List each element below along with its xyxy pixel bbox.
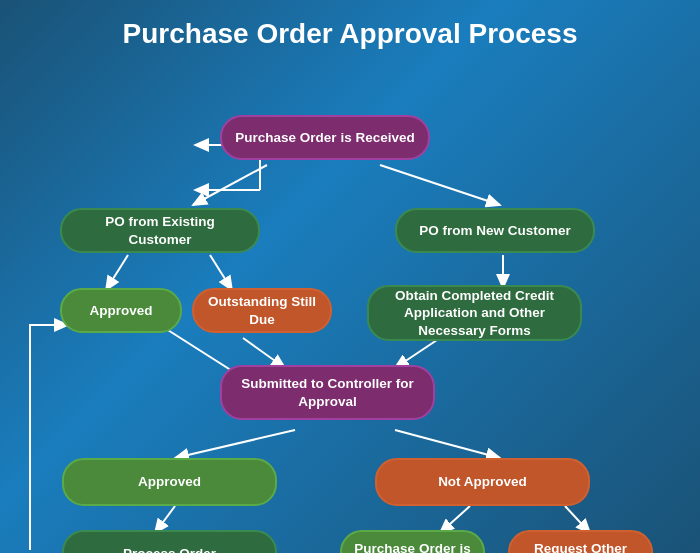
svg-line-15 <box>565 506 590 533</box>
svg-line-6 <box>106 255 128 290</box>
svg-line-4 <box>193 165 267 205</box>
node-submitted-controller: Submitted to Controller for Approval <box>220 365 435 420</box>
node-approved-bottom: Approved <box>62 458 277 506</box>
node-purchase-order-received: Purchase Order is Received <box>220 115 430 160</box>
svg-line-9 <box>243 338 285 368</box>
node-po-existing-customer: PO from Existing Customer <box>60 208 260 253</box>
node-outstanding-still-due: Outstanding Still Due <box>192 288 332 333</box>
node-purchase-order-revised: Purchase Order is Revised <box>340 530 485 553</box>
node-request-other-payment: Request Other Payment Form <box>508 530 653 553</box>
page-title: Purchase Order Approval Process <box>0 0 700 60</box>
svg-line-14 <box>440 506 470 533</box>
node-obtain-credit: Obtain Completed Credit Application and … <box>367 285 582 341</box>
svg-line-12 <box>395 430 500 458</box>
node-approved-left: Approved <box>60 288 182 333</box>
node-not-approved: Not Approved <box>375 458 590 506</box>
svg-line-13 <box>155 506 175 533</box>
svg-line-7 <box>210 255 232 290</box>
node-process-order: Process Order <box>62 530 277 553</box>
node-po-new-customer: PO from New Customer <box>395 208 595 253</box>
flowchart: Purchase Order is Received PO from Exist… <box>0 60 700 550</box>
svg-line-5 <box>380 165 500 205</box>
svg-line-11 <box>175 430 295 458</box>
svg-line-10 <box>395 338 440 368</box>
